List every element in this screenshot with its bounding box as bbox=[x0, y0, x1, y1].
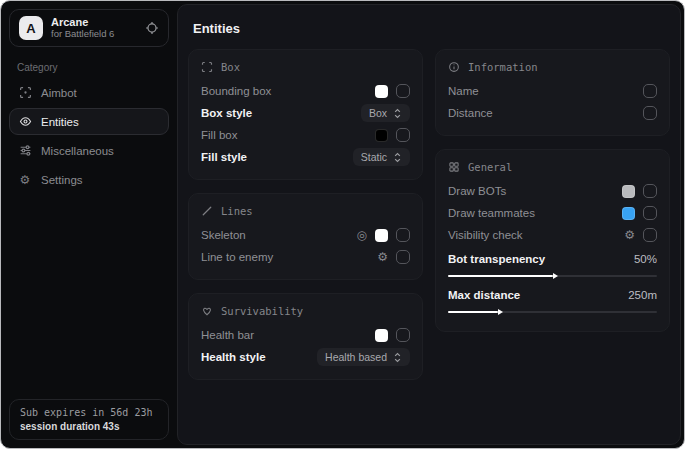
sub-expiry-text: Sub expires in 56d 23h bbox=[20, 407, 158, 418]
row-label: Line to enemy bbox=[201, 251, 377, 263]
entities-icon bbox=[18, 115, 32, 128]
health-style-dropdown[interactable]: Health based bbox=[317, 348, 410, 366]
sidebar-nav: Aimbot Entities bbox=[9, 78, 169, 194]
row-label: Max distance bbox=[448, 289, 628, 301]
sidebar-item-entities[interactable]: Entities bbox=[9, 108, 169, 135]
chevron-up-down-icon bbox=[393, 152, 402, 163]
skeleton-settings-icon[interactable]: ◎ bbox=[357, 229, 367, 241]
app-subtitle: for Battlefield 6 bbox=[51, 29, 114, 40]
health-bar-checkbox[interactable] bbox=[396, 328, 410, 342]
color-swatch[interactable] bbox=[375, 229, 388, 242]
box-corners-icon bbox=[201, 61, 213, 73]
slider-fill bbox=[448, 311, 498, 313]
sidebar-item-miscellaneous[interactable]: Miscellaneous bbox=[9, 137, 169, 164]
row-name: Name bbox=[448, 80, 657, 102]
gear-icon[interactable]: ⚙ bbox=[624, 229, 635, 241]
sidebar-item-settings[interactable]: ⚙ Settings bbox=[9, 166, 169, 193]
draw-bots-checkbox[interactable] bbox=[643, 184, 657, 198]
row-distance: Distance bbox=[448, 102, 657, 124]
main-content: Entities Box bbox=[177, 4, 681, 445]
row-line-to-enemy: Line to enemy ⚙ bbox=[201, 246, 410, 268]
dropdown-value: Box bbox=[369, 107, 387, 119]
heart-icon bbox=[201, 305, 213, 317]
page-title: Entities bbox=[193, 21, 670, 36]
panel-information-header: Information bbox=[448, 61, 657, 73]
max-distance-slider[interactable] bbox=[448, 311, 657, 313]
app-meta: Arcane for Battlefield 6 bbox=[51, 16, 114, 40]
row-fill-box: Fill box bbox=[201, 124, 410, 146]
app-name: Arcane bbox=[51, 16, 114, 29]
row-label: Skeleton bbox=[201, 229, 357, 241]
visibility-check-checkbox[interactable] bbox=[643, 228, 657, 242]
max-distance-value: 250m bbox=[628, 289, 657, 301]
slider-thumb[interactable] bbox=[498, 309, 503, 315]
color-swatch[interactable] bbox=[622, 185, 635, 198]
dropdown-value: Static bbox=[361, 151, 387, 163]
row-health-bar: Health bar bbox=[201, 324, 410, 346]
bounding-box-checkbox[interactable] bbox=[396, 84, 410, 98]
name-checkbox[interactable] bbox=[643, 84, 657, 98]
panel-survivability: Survivability Health bar Health style bbox=[188, 293, 423, 380]
slider-thumb[interactable] bbox=[553, 273, 558, 279]
draw-teammates-checkbox[interactable] bbox=[643, 206, 657, 220]
right-column: Information Name Distance bbox=[435, 49, 670, 380]
sliders-icon bbox=[18, 144, 32, 157]
panel-information: Information Name Distance bbox=[435, 49, 670, 136]
diagonal-line-icon bbox=[201, 205, 213, 217]
panel-title: Box bbox=[221, 61, 240, 73]
panel-general-header: General bbox=[448, 161, 657, 173]
panel-title: General bbox=[468, 161, 512, 173]
panel-title: Information bbox=[468, 61, 538, 73]
subscription-card: Sub expires in 56d 23h session duration … bbox=[9, 399, 169, 440]
info-icon bbox=[448, 61, 460, 73]
bot-transparency-slider[interactable] bbox=[448, 275, 657, 277]
left-column: Box Bounding box Box style Box bbox=[188, 49, 423, 380]
distance-checkbox[interactable] bbox=[643, 106, 657, 120]
row-label: Health bar bbox=[201, 329, 375, 341]
dropdown-value: Health based bbox=[325, 351, 387, 363]
row-label: Bounding box bbox=[201, 85, 375, 97]
skeleton-checkbox[interactable] bbox=[396, 228, 410, 242]
fill-style-dropdown[interactable]: Static bbox=[353, 148, 410, 166]
row-label: Visibility check bbox=[448, 229, 624, 241]
row-label: Name bbox=[448, 85, 643, 97]
sidebar-item-label: Miscellaneous bbox=[41, 145, 114, 157]
panel-survivability-header: Survivability bbox=[201, 305, 410, 317]
row-label: Fill style bbox=[201, 151, 353, 163]
target-icon[interactable] bbox=[145, 21, 159, 35]
color-swatch[interactable] bbox=[622, 207, 635, 220]
color-swatch[interactable] bbox=[375, 329, 388, 342]
sidebar-item-aimbot[interactable]: Aimbot bbox=[9, 79, 169, 106]
category-label: Category bbox=[17, 62, 169, 73]
panel-general: General Draw BOTs Draw teammates bbox=[435, 149, 670, 332]
chevron-up-down-icon bbox=[393, 352, 402, 363]
row-label: Health style bbox=[201, 351, 317, 363]
row-skeleton: Skeleton ◎ bbox=[201, 224, 410, 246]
chevron-up-down-icon bbox=[393, 108, 402, 119]
row-max-distance: Max distance 250m bbox=[448, 284, 657, 313]
gear-icon: ⚙ bbox=[18, 174, 32, 186]
panel-columns: Box Bounding box Box style Box bbox=[188, 49, 670, 380]
sidebar-item-label: Entities bbox=[41, 116, 79, 128]
line-to-enemy-checkbox[interactable] bbox=[396, 250, 410, 264]
sidebar-item-label: Settings bbox=[41, 174, 83, 186]
panel-title: Lines bbox=[221, 205, 253, 217]
app-window: A Arcane for Battlefield 6 Category bbox=[0, 0, 685, 449]
row-fill-style: Fill style Static bbox=[201, 146, 410, 168]
crosshair-icon bbox=[18, 86, 32, 99]
box-style-dropdown[interactable]: Box bbox=[361, 104, 410, 122]
panel-lines: Lines Skeleton ◎ Line to enemy ⚙ bbox=[188, 193, 423, 280]
color-swatch[interactable] bbox=[375, 129, 388, 142]
fill-box-checkbox[interactable] bbox=[396, 128, 410, 142]
panel-box: Box Bounding box Box style Box bbox=[188, 49, 423, 180]
color-swatch[interactable] bbox=[375, 85, 388, 98]
bot-transparency-value: 50% bbox=[634, 253, 657, 265]
panel-title: Survivability bbox=[221, 305, 303, 317]
row-label: Draw BOTs bbox=[448, 185, 622, 197]
app-logo: A bbox=[19, 16, 43, 40]
row-box-style: Box style Box bbox=[201, 102, 410, 124]
row-draw-bots: Draw BOTs bbox=[448, 180, 657, 202]
gear-icon[interactable]: ⚙ bbox=[377, 251, 388, 263]
app-header-card: A Arcane for Battlefield 6 bbox=[9, 9, 169, 47]
panel-box-header: Box bbox=[201, 61, 410, 73]
